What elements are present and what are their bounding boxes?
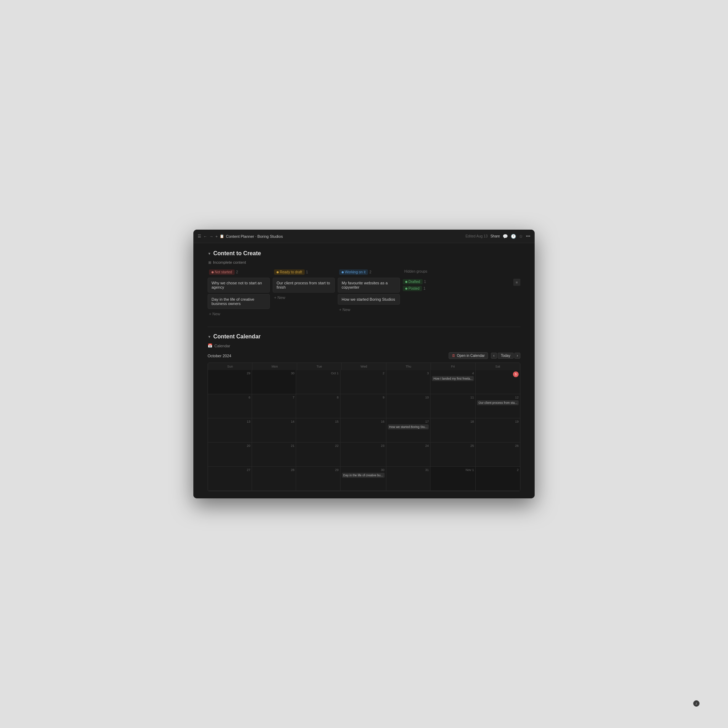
- calendar-body: 2930Oct 1234How I landed my first freela…: [208, 370, 520, 491]
- share-button[interactable]: Share: [491, 234, 500, 238]
- dot-working: [342, 271, 344, 273]
- count-working: 2: [369, 270, 372, 274]
- cal-cell-4-4[interactable]: 31: [386, 467, 431, 491]
- card-day-in-life[interactable]: Day in the life of creative business own…: [208, 294, 270, 309]
- open-calendar-button[interactable]: 🗓 Open in Calendar: [449, 352, 488, 359]
- section2-toggle[interactable]: ▼: [208, 335, 211, 339]
- more-icon[interactable]: •••: [526, 234, 530, 239]
- calendar-icon: 📅: [208, 343, 213, 348]
- cal-cell-3-6[interactable]: 26: [476, 442, 520, 467]
- cal-day-num: 10: [388, 396, 429, 399]
- cal-cell-1-2[interactable]: 8: [296, 394, 340, 418]
- cal-day-num: 11: [432, 396, 474, 399]
- card-client-process[interactable]: Our client process from start to finish: [273, 278, 335, 292]
- cal-day-num: 15: [298, 420, 338, 424]
- cal-cell-2-6[interactable]: 19: [476, 418, 520, 442]
- calendar-month: October 2024: [208, 354, 231, 358]
- nav-buttons: ‹ Today ›: [491, 353, 520, 359]
- cal-cell-4-3[interactable]: 30Day in the life of creative bu...: [341, 467, 386, 491]
- comment-icon[interactable]: 💬: [503, 234, 508, 239]
- calendar-days-header: Sun Mon Tue Wed Thu Fri Sat: [208, 363, 520, 370]
- next-month-button[interactable]: ›: [514, 353, 520, 359]
- cal-cell-4-1[interactable]: 28: [252, 467, 296, 491]
- badge-drafted: Drafted: [403, 279, 423, 284]
- column-working: Working on it 2 My favourite websites as…: [338, 269, 400, 317]
- history-icon[interactable]: 🕐: [511, 234, 516, 239]
- add-new-working[interactable]: + New: [338, 306, 400, 313]
- add-new-not-started[interactable]: + New: [208, 310, 270, 317]
- badge-working: Working on it: [339, 269, 368, 275]
- cal-cell-3-4[interactable]: 24: [386, 442, 431, 467]
- badge-ready: Ready to draft: [274, 269, 304, 275]
- add-icon[interactable]: +: [216, 234, 217, 239]
- cal-day-num: 26: [477, 444, 518, 448]
- cal-day-num: 14: [254, 420, 294, 424]
- scroll-up-button[interactable]: ≡: [513, 279, 520, 286]
- cal-cell-2-1[interactable]: 14: [252, 418, 296, 442]
- add-new-ready[interactable]: + New: [273, 294, 335, 301]
- section2-header: ▼ Content Calendar: [208, 333, 520, 340]
- cal-cell-1-6[interactable]: 12Our client process from sta...: [476, 394, 520, 418]
- cal-cell-0-5[interactable]: 4How I landed my first freela...: [430, 370, 476, 394]
- cal-cell-0-0[interactable]: 29: [208, 370, 252, 394]
- cal-cell-2-0[interactable]: 13: [208, 418, 252, 442]
- cal-cell-1-1[interactable]: 7: [252, 394, 296, 418]
- section1-title: Content to Create: [213, 250, 261, 257]
- star-icon[interactable]: ☆: [519, 234, 523, 239]
- cal-cell-1-5[interactable]: 11: [430, 394, 476, 418]
- section2-title: Content Calendar: [213, 333, 260, 340]
- day-sat: Sat: [476, 363, 520, 370]
- card-why-agency[interactable]: Why we chose not to start an agency: [208, 278, 270, 292]
- topbar: ☰ ← → + 📋 Content Planner · Boring Studi…: [193, 229, 535, 243]
- cal-cell-3-5[interactable]: 25: [430, 442, 476, 467]
- cal-cell-0-3[interactable]: 2: [341, 370, 386, 394]
- cal-cell-0-4[interactable]: 3: [386, 370, 431, 394]
- dot-ready: [277, 271, 279, 273]
- section1-subtitle: ⊞ Incomplete content: [208, 260, 520, 265]
- topbar-left: ☰ ← → + 📋 Content Planner · Boring Studi…: [198, 234, 462, 239]
- cal-cell-1-0[interactable]: 6: [208, 394, 252, 418]
- cal-day-num: 31: [388, 468, 429, 472]
- today-button[interactable]: Today: [498, 353, 514, 359]
- badge-posted-row: Posted 1: [403, 286, 465, 291]
- section1-header: ▼ Content to Create: [208, 250, 520, 257]
- cal-cell-0-1[interactable]: 30: [252, 370, 296, 394]
- cal-cell-1-4[interactable]: 10: [386, 394, 431, 418]
- calendar-dot-icon: 🗓: [452, 354, 455, 358]
- cal-cell-2-3[interactable]: 16: [341, 418, 386, 442]
- cal-cell-4-5[interactable]: Nov 1: [430, 467, 476, 491]
- menu-icon[interactable]: ☰: [198, 234, 201, 239]
- calendar-event[interactable]: How I landed my first freela...: [432, 376, 474, 381]
- cal-cell-4-2[interactable]: 29: [296, 467, 340, 491]
- calendar-event[interactable]: Day in the life of creative bu...: [342, 473, 385, 478]
- cal-day-num: 5: [513, 372, 518, 377]
- card-fav-websites[interactable]: My favourite websites as a copywriter: [338, 278, 400, 292]
- back-icon[interactable]: ←: [203, 234, 207, 239]
- forward-icon[interactable]: →: [210, 234, 213, 239]
- cal-cell-4-6[interactable]: 2: [476, 467, 520, 491]
- calendar-event[interactable]: How we started Boring Stu...: [388, 424, 429, 430]
- cal-cell-2-5[interactable]: 18: [430, 418, 476, 442]
- cal-cell-1-3[interactable]: 9: [341, 394, 386, 418]
- cal-cell-3-2[interactable]: 22: [296, 442, 340, 467]
- cal-cell-3-1[interactable]: 21: [252, 442, 296, 467]
- cal-cell-4-0[interactable]: 27: [208, 467, 252, 491]
- cal-cell-2-2[interactable]: 15: [296, 418, 340, 442]
- column-header-ready: Ready to draft 1: [273, 269, 335, 275]
- cal-day-num: 29: [298, 468, 338, 472]
- hidden-groups-label: Hidden groups: [404, 269, 427, 273]
- section1-toggle[interactable]: ▼: [208, 252, 211, 255]
- cal-cell-3-0[interactable]: 20: [208, 442, 252, 467]
- count-drafted: 1: [424, 280, 426, 284]
- cal-cell-3-3[interactable]: 23: [341, 442, 386, 467]
- cal-day-num: 9: [342, 396, 385, 399]
- cal-cell-0-6[interactable]: 5: [476, 370, 520, 394]
- edited-label: Edited Aug 13: [465, 234, 487, 238]
- day-mon: Mon: [252, 363, 297, 370]
- cal-day-num: Oct 1: [298, 372, 338, 375]
- card-boring-studios[interactable]: How we started Boring Studios: [338, 294, 400, 304]
- prev-month-button[interactable]: ‹: [491, 353, 497, 359]
- cal-cell-0-2[interactable]: Oct 1: [296, 370, 340, 394]
- cal-cell-2-4[interactable]: 17How we started Boring Stu...: [386, 418, 431, 442]
- calendar-event[interactable]: Our client process from sta...: [477, 400, 518, 405]
